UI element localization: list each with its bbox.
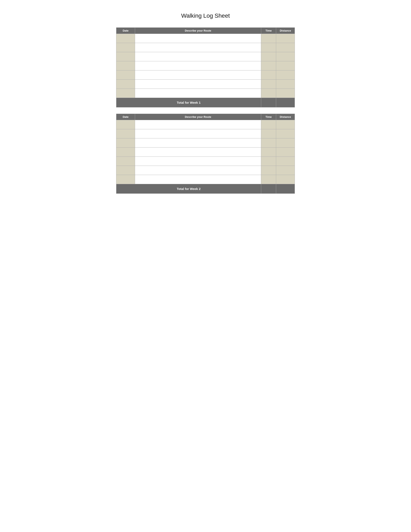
week1-total-distance: [276, 98, 295, 107]
week1-time-header: Time: [261, 28, 276, 34]
route-cell[interactable]: [135, 157, 261, 166]
route-cell[interactable]: [135, 138, 261, 148]
date-cell[interactable]: [116, 43, 135, 52]
date-cell[interactable]: [116, 34, 135, 43]
table-row: [116, 138, 295, 148]
distance-cell[interactable]: [276, 175, 295, 184]
distance-cell[interactable]: [276, 166, 295, 175]
distance-cell[interactable]: [276, 52, 295, 61]
distance-cell[interactable]: [276, 80, 295, 89]
week1-table: Date Describe your Route Time Distance T…: [116, 28, 295, 107]
week2-distance-header: Distance: [276, 114, 295, 120]
week2-total-distance: [276, 184, 295, 194]
week1-total-row: Total for Week 1: [116, 98, 295, 107]
time-cell[interactable]: [261, 89, 276, 98]
page: Walking Log Sheet Date Describe your Rou…: [116, 12, 295, 200]
time-cell[interactable]: [261, 34, 276, 43]
week2-date-header: Date: [116, 114, 135, 120]
distance-cell[interactable]: [276, 129, 295, 138]
time-cell[interactable]: [261, 52, 276, 61]
time-cell[interactable]: [261, 70, 276, 80]
time-cell[interactable]: [261, 166, 276, 175]
table-row: [116, 89, 295, 98]
distance-cell[interactable]: [276, 148, 295, 157]
route-cell[interactable]: [135, 148, 261, 157]
date-cell[interactable]: [116, 89, 135, 98]
date-cell[interactable]: [116, 70, 135, 80]
table-row: [116, 70, 295, 80]
route-cell[interactable]: [135, 70, 261, 80]
route-cell[interactable]: [135, 166, 261, 175]
date-cell[interactable]: [116, 175, 135, 184]
route-cell[interactable]: [135, 43, 261, 52]
date-cell[interactable]: [116, 52, 135, 61]
week1-total-time: [261, 98, 276, 107]
week1-header-row: Date Describe your Route Time Distance: [116, 28, 295, 34]
date-cell[interactable]: [116, 157, 135, 166]
week2-route-header: Describe your Route: [135, 114, 261, 120]
week1-distance-header: Distance: [276, 28, 295, 34]
time-cell[interactable]: [261, 175, 276, 184]
table-row: [116, 52, 295, 61]
distance-cell[interactable]: [276, 70, 295, 80]
route-cell[interactable]: [135, 175, 261, 184]
table-row: [116, 43, 295, 52]
distance-cell[interactable]: [276, 157, 295, 166]
time-cell[interactable]: [261, 157, 276, 166]
time-cell[interactable]: [261, 138, 276, 148]
week2-total-time: [261, 184, 276, 194]
distance-cell[interactable]: [276, 43, 295, 52]
date-cell[interactable]: [116, 120, 135, 129]
week1-date-header: Date: [116, 28, 135, 34]
route-cell[interactable]: [135, 89, 261, 98]
time-cell[interactable]: [261, 80, 276, 89]
week1-total-label: Total for Week 1: [116, 98, 261, 107]
table-row: [116, 34, 295, 43]
route-cell[interactable]: [135, 34, 261, 43]
date-cell[interactable]: [116, 166, 135, 175]
date-cell[interactable]: [116, 129, 135, 138]
distance-cell[interactable]: [276, 61, 295, 70]
table-row: [116, 175, 295, 184]
time-cell[interactable]: [261, 61, 276, 70]
week2-time-header: Time: [261, 114, 276, 120]
time-cell[interactable]: [261, 129, 276, 138]
date-cell[interactable]: [116, 148, 135, 157]
week2-total-label: Total for Week 2: [116, 184, 261, 194]
table-row: [116, 166, 295, 175]
table-row: [116, 61, 295, 70]
route-cell[interactable]: [135, 80, 261, 89]
route-cell[interactable]: [135, 61, 261, 70]
table-row: [116, 129, 295, 138]
week2-total-row: Total for Week 2: [116, 184, 295, 194]
date-cell[interactable]: [116, 80, 135, 89]
date-cell[interactable]: [116, 138, 135, 148]
time-cell[interactable]: [261, 148, 276, 157]
route-cell[interactable]: [135, 120, 261, 129]
week2-table: Date Describe your Route Time Distance T…: [116, 114, 295, 194]
table-row: [116, 80, 295, 89]
time-cell[interactable]: [261, 120, 276, 129]
distance-cell[interactable]: [276, 120, 295, 129]
distance-cell[interactable]: [276, 34, 295, 43]
route-cell[interactable]: [135, 129, 261, 138]
route-cell[interactable]: [135, 52, 261, 61]
distance-cell[interactable]: [276, 89, 295, 98]
week1-route-header: Describe your Route: [135, 28, 261, 34]
week2-header-row: Date Describe your Route Time Distance: [116, 114, 295, 120]
distance-cell[interactable]: [276, 138, 295, 148]
page-title: Walking Log Sheet: [116, 12, 295, 19]
date-cell[interactable]: [116, 61, 135, 70]
table-row: [116, 120, 295, 129]
table-row: [116, 157, 295, 166]
time-cell[interactable]: [261, 43, 276, 52]
table-row: [116, 148, 295, 157]
